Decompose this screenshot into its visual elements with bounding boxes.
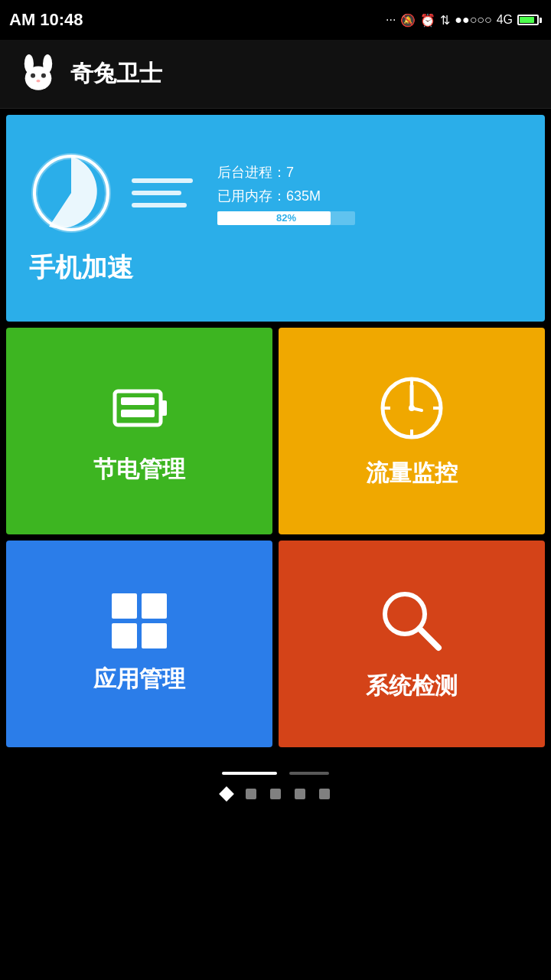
system-detection-label: 系统检测 — [366, 671, 458, 702]
svg-point-1 — [24, 54, 34, 73]
page-line-active — [222, 772, 277, 775]
battery-management-label: 节电管理 — [93, 454, 185, 485]
main-grid: 后台进程：7 已用内存：635M 82% 手机加速 节 — [0, 109, 551, 753]
windows-square-tr — [142, 593, 167, 619]
system-detection-tile[interactable]: 系统检测 — [279, 541, 545, 747]
signal-dots-icon: ··· — [386, 13, 396, 27]
svg-point-2 — [43, 54, 52, 73]
page-dots-row — [221, 789, 330, 799]
top-tile-info: 后台进程：7 已用内存：635M 82% — [217, 161, 355, 224]
page-dot-2[interactable] — [246, 789, 256, 799]
battery-management-tile[interactable]: 节电管理 — [6, 328, 272, 534]
status-bar: AM 10:48 ··· 🔕 ⏰ ⇅ ●●○○○ 4G — [0, 0, 551, 40]
data-icon: ⇅ — [440, 13, 450, 28]
wifi-dots-icon: ●●○○○ — [455, 13, 491, 27]
svg-rect-10 — [121, 397, 155, 405]
battery-icon — [109, 377, 170, 439]
network-type-label: 4G — [497, 13, 513, 27]
tiles-row-bottom: 应用管理 系统检测 — [6, 541, 545, 747]
battery-status-icon — [517, 15, 542, 25]
page-dot-5[interactable] — [319, 789, 330, 799]
svg-rect-11 — [121, 410, 155, 417]
svg-line-21 — [419, 629, 439, 648]
app-logo-icon — [18, 54, 58, 94]
tiles-row-middle: 节电管理 流量监控 — [6, 328, 545, 534]
windows-square-br — [142, 623, 167, 648]
app-title: 奇兔卫士 — [70, 58, 162, 90]
memory-progress-bar: 82% — [217, 211, 355, 225]
svg-rect-8 — [115, 391, 161, 425]
windows-icon — [112, 593, 167, 648]
phone-boost-tile[interactable]: 后台进程：7 已用内存：635M 82% 手机加速 — [6, 115, 545, 322]
memory-used-label: 已用内存：635M — [217, 185, 355, 208]
status-time: AM 10:48 — [9, 10, 83, 30]
pie-chart-icon — [29, 151, 113, 235]
background-processes-label: 后台进程：7 — [217, 161, 355, 185]
lines-icon — [132, 178, 193, 207]
svg-rect-9 — [161, 400, 167, 416]
app-management-label: 应用管理 — [93, 664, 185, 695]
svg-point-5 — [36, 79, 40, 81]
magnify-icon — [377, 586, 446, 655]
windows-square-bl — [112, 623, 137, 648]
traffic-monitor-tile[interactable]: 流量监控 — [279, 328, 545, 534]
alarm-icon: ⏰ — [420, 13, 435, 28]
svg-point-15 — [409, 405, 415, 411]
page-indicators — [0, 753, 551, 808]
traffic-monitor-label: 流量监控 — [366, 458, 458, 489]
page-dot-3[interactable] — [270, 789, 281, 799]
page-dot-1-active[interactable] — [219, 786, 234, 802]
page-lines — [222, 772, 329, 775]
progress-percent-label: 82% — [276, 210, 296, 227]
page-dot-4[interactable] — [295, 789, 305, 799]
silent-icon: 🔕 — [400, 13, 416, 28]
app-header: 奇兔卫士 — [0, 40, 551, 109]
svg-point-4 — [41, 73, 46, 77]
svg-point-3 — [31, 73, 35, 77]
status-icons: ··· 🔕 ⏰ ⇅ ●●○○○ 4G — [386, 13, 542, 28]
clock-icon — [377, 374, 446, 443]
windows-square-tl — [112, 593, 137, 619]
page-line-inactive — [289, 772, 329, 775]
app-management-tile[interactable]: 应用管理 — [6, 541, 272, 747]
phone-boost-label: 手机加速 — [29, 250, 133, 286]
